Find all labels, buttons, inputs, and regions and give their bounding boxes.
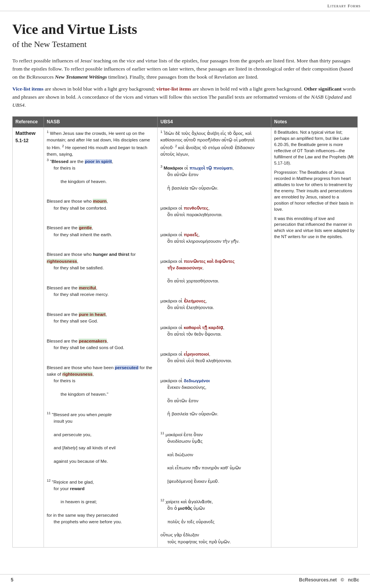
intro-paragraph-1: To reflect possible influences of Jesus'…	[12, 57, 358, 81]
footer-brand: BcResources.net © ncBc	[299, 577, 359, 583]
notes-cell: 8 Beatitudes. Not a typical virtue list;…	[271, 128, 358, 548]
ubs4-text: 1 Ἰδὼν δὲ τοὺς ὄχλους ἀνέβη εἰς τὸ ὄρος,…	[160, 129, 268, 545]
page-subtitle: of the New Testament	[12, 38, 358, 50]
vice-list-label: Vice-list items	[12, 86, 44, 92]
col-header-ubs4: UBS4	[158, 116, 271, 127]
ref-label: Matthew 5.1-12	[15, 129, 41, 144]
nasb-text: 1 When Jesus saw the crowds, He went up …	[47, 129, 155, 525]
header-title: Literary Forms	[328, 3, 361, 8]
ref-book: Matthew	[15, 129, 41, 137]
intro-paragraph-2: Vice-list items are shown in bold blue w…	[12, 85, 358, 109]
ubs4-cell: 1 Ἰδὼν δὲ τοὺς ὄχλους ἀνέβη εἰς τὸ ὄρος,…	[158, 128, 271, 548]
note-3: It was this ennobling of love and persec…	[274, 216, 355, 240]
page-number: 5	[11, 577, 13, 583]
page: Literary Forms Vice and Virtue Lists of …	[0, 0, 370, 588]
col-header-nasb: NASB	[44, 116, 158, 127]
col-header-notes: Notes	[271, 116, 358, 127]
footer: 5 BcResources.net © ncBc	[0, 574, 370, 583]
table-header-row: Reference NASB UBS4 Notes	[13, 116, 358, 127]
virtue-list-label: virtue-list items	[156, 86, 191, 92]
nasb-cell: 1 When Jesus saw the crowds, He went up …	[44, 128, 158, 548]
main-content: Vice and Virtue Lists of the New Testame…	[0, 11, 370, 555]
header-bar: Literary Forms	[0, 0, 370, 11]
ref-cell: Matthew 5.1-12	[13, 128, 44, 548]
table-row: Matthew 5.1-12 1 When Jesus saw the crow…	[13, 128, 358, 548]
page-title: Vice and Virtue Lists	[12, 22, 358, 37]
col-header-reference: Reference	[13, 116, 44, 127]
notes-text: 8 Beatitudes. Not a typical virtue list;…	[274, 129, 355, 240]
note-2: Progression: The Beatitudes of Jesus rec…	[274, 170, 355, 213]
footer-right: BcResources.net © ncBc	[299, 577, 359, 583]
note-1: 8 Beatitudes. Not a typical virtue list;…	[274, 129, 355, 166]
reference-table: Reference NASB UBS4 Notes Matthew 5.1-12	[12, 116, 358, 548]
ref-verses: 5.1-12	[15, 137, 41, 144]
